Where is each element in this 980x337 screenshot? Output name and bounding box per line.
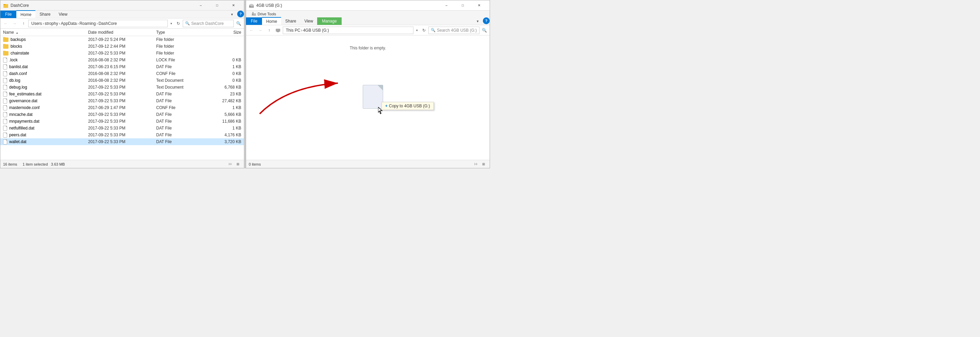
left-path-strophy[interactable]: strophy [45, 21, 58, 26]
right-tab-share[interactable]: Share [281, 18, 300, 25]
left-tab-view[interactable]: View [54, 11, 72, 18]
right-tab-file[interactable]: File [246, 18, 262, 25]
left-search-button[interactable]: 🔍 [234, 19, 243, 27]
right-minimize-button[interactable]: – [439, 0, 454, 11]
left-close-button[interactable]: ✕ [226, 0, 241, 11]
left-window-title: DashCore [11, 3, 193, 8]
table-row[interactable]: blocks 2017-09-12 2:44 PM File folder [0, 43, 244, 50]
file-icon [3, 126, 7, 131]
right-path-thispc[interactable]: This PC [286, 28, 301, 33]
left-refresh-button[interactable]: ↻ [175, 20, 182, 27]
table-row[interactable]: chainstate 2017-09-22 5:33 PM File folde… [0, 50, 244, 57]
right-window-title: 4GB USB (G:) [256, 3, 439, 8]
file-icon [3, 85, 7, 90]
left-maximize-button[interactable]: □ [209, 0, 225, 11]
table-row[interactable]: masternode.conf 2017-06-29 1:47 PM CONF … [0, 104, 244, 111]
left-path-dashcore[interactable]: DashCore [98, 21, 117, 26]
drag-file-icon [363, 85, 383, 109]
right-folder-area: This folder is empty. + Copy to 4GB USB … [246, 35, 490, 160]
svg-rect-2 [3, 4, 5, 5]
table-row[interactable]: mnpayments.dat 2017-09-22 5:33 PM DAT Fi… [0, 118, 244, 125]
right-window: Drive Tools 4GB USB (G:) – □ ✕ Drive Too… [246, 0, 490, 168]
table-row[interactable]: debug.log 2017-09-22 5:33 PM Text Docume… [0, 84, 244, 91]
right-tab-view[interactable]: View [300, 18, 317, 25]
folder-icon [3, 51, 8, 56]
table-row[interactable]: backups 2017-09-22 5:24 PM File folder [0, 36, 244, 43]
right-back-button[interactable]: ← [247, 26, 256, 34]
svg-rect-1 [3, 5, 8, 8]
left-win-controls: – □ ✕ [193, 0, 241, 11]
left-tab-home[interactable]: Home [16, 10, 35, 18]
right-search-box[interactable]: 🔍 Search 4GB USB (G:) [428, 27, 479, 34]
copy-tooltip-text: Copy to 4GB USB (G:) [389, 104, 430, 109]
left-forward-button[interactable]: → [11, 19, 19, 27]
right-drive-tools-title: Drive Tools [258, 12, 276, 16]
table-row[interactable]: governance.dat 2017-09-22 5:33 PM DAT Fi… [0, 97, 244, 104]
left-col-date-header[interactable]: Date modified [88, 30, 156, 35]
right-close-button[interactable]: ✕ [471, 0, 487, 11]
right-address-bar: ← → ↑ This PC › 4GB USB (G:) ▾ ↻ 🔍 Searc… [246, 25, 490, 35]
table-row[interactable]: .lock 2016-08-08 2:32 PM LOCK File 0 KB [0, 57, 244, 63]
table-row[interactable]: db.log 2016-08-08 2:32 PM Text Document … [0, 77, 244, 84]
left-path-roaming[interactable]: Roaming [79, 21, 95, 26]
table-row[interactable]: netfulfilled.dat 2017-09-22 5:33 PM DAT … [0, 125, 244, 131]
svg-rect-10 [276, 29, 280, 31]
left-title-bar: DashCore – □ ✕ [0, 0, 244, 11]
right-help-button[interactable]: ? [483, 18, 490, 24]
right-search-button[interactable]: 🔍 [480, 26, 488, 34]
left-help-button[interactable]: ? [237, 11, 244, 18]
table-row[interactable]: wallet.dat 2017-09-22 5:33 PM DAT File 3… [0, 138, 244, 145]
right-ribbon-tabs: File Home Share View Manage ▾ ? [246, 18, 490, 25]
left-search-placeholder: Search DashCore [191, 21, 224, 26]
table-row[interactable]: fee_estimates.dat 2017-09-22 5:33 PM DAT… [0, 91, 244, 97]
right-up-button[interactable]: ↑ [265, 26, 273, 34]
right-status-bar: 0 items ⊦⊦ ⊞ [246, 160, 490, 168]
right-address-path[interactable]: This PC › 4GB USB (G:) [283, 27, 414, 34]
left-window-icon [3, 3, 8, 8]
file-icon [3, 57, 7, 63]
right-maximize-button[interactable]: □ [455, 0, 471, 11]
file-icon [3, 92, 7, 97]
left-address-path[interactable]: Users › strophy › AppData › Roaming › Da… [28, 20, 168, 27]
left-back-button[interactable]: ← [2, 19, 10, 27]
right-search-placeholder: Search 4GB USB (G:) [437, 28, 477, 33]
right-path-usb[interactable]: 4GB USB (G:) [303, 28, 329, 33]
left-tab-share[interactable]: Share [35, 11, 54, 18]
left-ribbon-more[interactable]: ▾ [228, 11, 236, 18]
right-tab-home[interactable]: Home [262, 17, 281, 25]
left-col-type-header[interactable]: Type [156, 30, 207, 35]
left-path-dropdown[interactable]: ▾ [169, 20, 174, 27]
left-minimize-button[interactable]: – [193, 0, 208, 11]
left-search-icon: 🔍 [185, 21, 190, 26]
table-row[interactable]: dash.conf 2016-08-08 2:32 PM CONF File 0… [0, 70, 244, 77]
left-selected-info: 1 item selected 3.63 MB [23, 162, 65, 166]
right-path-dropdown[interactable]: ▾ [414, 27, 420, 34]
right-large-icons-button[interactable]: ⊞ [480, 161, 487, 167]
left-up-button[interactable]: ↑ [19, 19, 27, 27]
left-file-list: backups 2017-09-22 5:24 PM File folder b… [0, 36, 244, 160]
table-row[interactable]: banlist.dat 2017-06-23 6:15 PM DAT File … [0, 63, 244, 70]
left-tab-file[interactable]: File [0, 11, 16, 18]
right-search-icon: 🔍 [431, 28, 436, 32]
right-detail-view-button[interactable]: ⊦⊦ [473, 161, 479, 167]
table-row[interactable]: mncache.dat 2017-09-22 5:33 PM DAT File … [0, 111, 244, 118]
right-computer-button[interactable] [274, 26, 282, 34]
file-icon [3, 78, 7, 83]
left-col-size-header[interactable]: Size [207, 30, 241, 35]
left-search-box[interactable]: 🔍 Search DashCore [183, 20, 234, 27]
file-icon [3, 64, 7, 70]
table-row[interactable]: peers.dat 2017-09-22 5:33 PM DAT File 4,… [0, 131, 244, 138]
right-forward-button[interactable]: → [256, 26, 264, 34]
left-path-appdata[interactable]: AppData [61, 21, 77, 26]
left-large-icons-button[interactable]: ⊞ [234, 161, 241, 167]
right-ribbon-more[interactable]: ▾ [474, 18, 482, 25]
right-refresh-button[interactable]: ↻ [420, 27, 428, 34]
right-tab-manage[interactable]: Manage [317, 18, 341, 25]
left-path-users[interactable]: Users [31, 21, 42, 26]
right-title-bar: Drive Tools 4GB USB (G:) – □ ✕ [246, 0, 490, 11]
left-view-buttons: ⊦⊦ ⊞ [227, 161, 241, 167]
left-detail-view-button[interactable]: ⊦⊦ [227, 161, 234, 167]
red-arrow [246, 53, 355, 121]
left-column-headers: Name ▲ Date modified Type Size [0, 29, 244, 36]
left-col-name-header[interactable]: Name ▲ [3, 30, 88, 35]
